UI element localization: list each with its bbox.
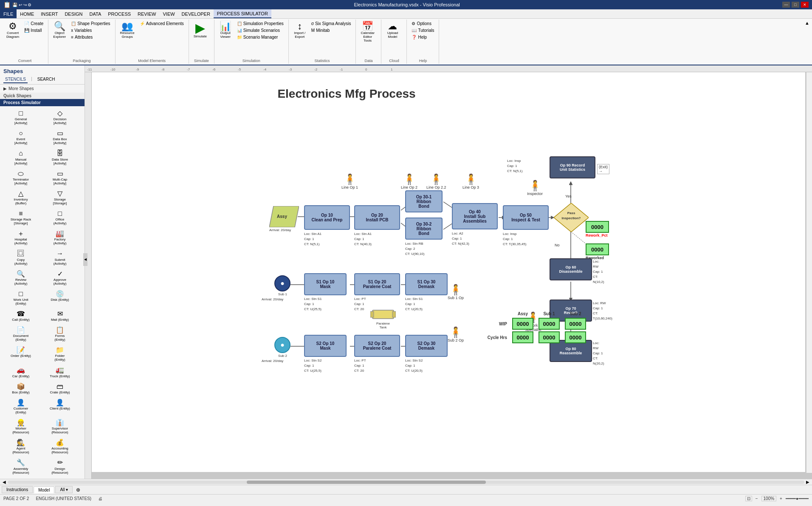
s1op30-box[interactable]: S1 Op 30Demask — [405, 273, 448, 295]
close-button[interactable]: ✕ — [801, 2, 809, 8]
op40-box[interactable]: Op 40Install SubAssemblies — [452, 203, 498, 229]
shape-general-activity[interactable]: □ General[Activity] — [2, 108, 40, 126]
shape-car[interactable]: 🚗 Car (Entity) — [2, 365, 40, 379]
scenario-manager-button[interactable]: 📁 Scenario Manager — [235, 34, 286, 40]
shape-folder[interactable]: 📁 Folder(Entity) — [41, 345, 79, 363]
options-button[interactable]: ⚙ Options — [409, 20, 436, 27]
zoom-slider[interactable]: ━━━━●━━━━ — [786, 496, 809, 501]
shape-marketing[interactable]: 📢 Marketing(Resource) — [41, 478, 79, 479]
shape-work-unit[interactable]: □ Work Unit(Entity) — [2, 288, 40, 307]
simulation-properties-button[interactable]: 📋 Simulation Properties — [235, 20, 286, 27]
shape-approve[interactable]: ✓ Approve(Activity) — [41, 269, 79, 287]
horizontal-scrollbar[interactable]: ◀ ▶ — [0, 479, 812, 485]
shape-properties-button[interactable]: 📋 Shape Properties — [69, 20, 112, 27]
shape-design[interactable]: ✏ Design(Resource) — [41, 457, 79, 475]
shape-inventory[interactable]: △ Inventory(Buffer) — [2, 188, 40, 206]
s1op20-box[interactable]: S1 Op 20Paralene Coat — [354, 273, 400, 295]
menu-insert[interactable]: INSERT — [37, 9, 61, 18]
shape-storage[interactable]: ▽ Storage[Storage] — [41, 188, 79, 206]
scroll-track[interactable] — [8, 481, 804, 484]
create-button[interactable]: 📄 Create — [22, 20, 45, 27]
shape-box[interactable]: 📦 Box (Entity) — [2, 381, 40, 396]
minimize-button[interactable]: — — [782, 2, 790, 8]
install-button[interactable]: 💾 Install — [22, 27, 45, 34]
menu-file[interactable]: FILE — [0, 9, 17, 18]
shape-hospital[interactable]: ＋ Hospital(Activity) — [2, 228, 40, 246]
variables-button[interactable]: x Variables — [69, 27, 112, 34]
menu-view[interactable]: VIEW — [159, 9, 178, 18]
op30-2-box[interactable]: Op 30-2RibbonBond — [405, 218, 443, 240]
op60-box[interactable]: Op 60Disassemble — [550, 258, 592, 280]
fit-page-button[interactable]: ⊡ — [745, 496, 752, 501]
menu-developer[interactable]: DEVELOPER — [178, 9, 214, 18]
shape-disk[interactable]: 💿 Disk (Entity) — [41, 288, 79, 307]
more-shapes-button[interactable]: ▶ More Shapes — [0, 85, 85, 93]
shape-terminator[interactable]: ⬭ Terminator[Activity] — [2, 168, 40, 187]
calendar-editor-button[interactable]: 📅 CalendarEditorTools — [358, 20, 376, 44]
shape-storage-rack[interactable]: ≡ Storage Rack[Storage] — [2, 208, 40, 226]
shape-accounting[interactable]: 💰 Accounting(Resource) — [41, 437, 79, 455]
minitab-button[interactable]: M Minitab — [309, 27, 353, 34]
s2op10-box[interactable]: S2 Op 10Mask — [304, 335, 347, 357]
menu-data[interactable]: DATA — [86, 9, 105, 18]
simulate-scenarios-button[interactable]: 📊 Simulate Scenarios — [235, 27, 286, 34]
shape-agent[interactable]: 🕵 Agent(Resource) — [2, 437, 40, 455]
scroll-right-arrow[interactable]: ▶ — [804, 480, 811, 484]
menu-review[interactable]: REVIEW — [134, 9, 159, 18]
shape-assembly[interactable]: 🔧 Assembly(Resource) — [2, 457, 40, 475]
shape-supervisor[interactable]: 👔 Supervisor(Resource) — [41, 417, 79, 435]
object-explorer-button[interactable]: 🔍 ObjectExplorer — [51, 20, 68, 40]
shape-submit[interactable]: → Submit(Activity) — [41, 248, 79, 266]
shape-multicap[interactable]: ▭ Multi-Cap[Activity] — [41, 168, 79, 187]
six-sigma-button[interactable]: σ Six Sigma Analysis — [309, 20, 353, 27]
shape-forms[interactable]: 📋 Forms(Entity) — [41, 325, 79, 343]
menu-design[interactable]: DESIGN — [61, 9, 86, 18]
s1op10-box[interactable]: S1 Op 10Mask — [304, 273, 347, 295]
add-page-button[interactable]: ⊕ — [73, 486, 83, 494]
upload-model-button[interactable]: ☁ UploadModel — [384, 20, 401, 40]
vertical-scrollbar[interactable] — [806, 72, 812, 473]
convert-diagram-button[interactable]: ⚙ ConvertDiagram — [4, 20, 21, 40]
search-tab[interactable]: SEARCH — [36, 76, 57, 83]
shape-manual-activity[interactable]: ⌂ Manual[Activity] — [2, 148, 40, 166]
op20-box[interactable]: Op 20Install PCB — [354, 205, 400, 230]
attributes-button[interactable]: ≡ Attributes — [69, 34, 112, 40]
shape-review[interactable]: 🔍 Review(Activity) — [2, 269, 40, 287]
menu-home[interactable]: HOME — [17, 9, 37, 18]
shape-decision-activity[interactable]: ◇ Decision[Activity] — [41, 108, 79, 126]
output-viewer-button[interactable]: 📊 OutputViewer — [217, 20, 234, 40]
scroll-thumb[interactable] — [247, 481, 486, 484]
shape-databox-activity[interactable]: ▭ Data Box[Activity] — [41, 128, 79, 146]
zoom-level[interactable]: 100% — [761, 496, 777, 501]
s2op20-box[interactable]: S2 Op 20Paralene Coat — [354, 335, 400, 357]
sidebar-collapse-button[interactable]: ◀ — [83, 253, 87, 266]
op90-box[interactable]: Op 90 RecordUnit Statistics — [550, 156, 595, 178]
tutorials-button[interactable]: 📖 Tutorials — [409, 27, 436, 34]
menu-process[interactable]: PROCESS — [104, 9, 134, 18]
process-simulator-stencil[interactable]: Process Simulator — [0, 99, 85, 106]
import-export-button[interactable]: ↕ Import /Export — [291, 20, 308, 40]
tab-all[interactable]: All ▾ — [55, 486, 73, 493]
tab-model[interactable]: Model — [34, 486, 54, 493]
advanced-elements-button[interactable]: ⚡ Advanced Elements — [138, 20, 186, 27]
shape-document[interactable]: 📄 Document(Entity) — [2, 325, 40, 343]
simulate-button[interactable]: ▶ Simulate — [192, 20, 209, 40]
zoom-out-button[interactable]: − — [756, 496, 758, 501]
stencils-tab[interactable]: STENCILS — [3, 76, 28, 83]
shape-engineering[interactable]: ⚙ Engineering(Resource) — [2, 478, 40, 479]
shape-truck[interactable]: 🚛 Truck (Entity) — [41, 365, 79, 379]
shape-client[interactable]: 👤 Client (Entity) — [41, 397, 79, 416]
zoom-in-button[interactable]: + — [780, 496, 782, 501]
maximize-button[interactable]: □ — [792, 2, 799, 8]
op50-box[interactable]: Op 50Inspect & Test — [503, 205, 549, 230]
shape-worker[interactable]: 👷 Worker(Resource) — [2, 417, 40, 435]
shape-office-activity[interactable]: □ Office(Activity) — [41, 208, 79, 226]
shape-call[interactable]: ☎ Call (Entity) — [2, 308, 40, 323]
shape-customer[interactable]: 👤 Customer(Entity) — [2, 397, 40, 416]
help-button[interactable]: ❓ Help — [409, 34, 436, 40]
shape-mail[interactable]: ✉ Mail (Entity) — [41, 308, 79, 323]
shape-factory[interactable]: 🏭 Factory(Activity) — [41, 228, 79, 246]
diagram-canvas[interactable]: Electronics Mfg Process — [92, 72, 805, 472]
shape-crate[interactable]: 🗃 Crate (Entity) — [41, 381, 79, 396]
shape-order[interactable]: 📝 Order (Entity) — [2, 345, 40, 363]
